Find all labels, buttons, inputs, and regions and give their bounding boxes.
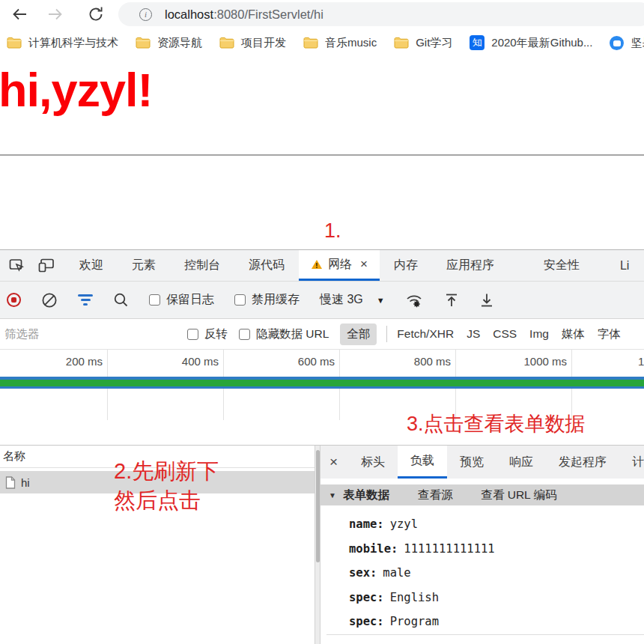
detail-tab-headers[interactable]: 标头 bbox=[348, 446, 398, 479]
disclosure-triangle-icon[interactable]: ▼ bbox=[329, 491, 336, 499]
address-bar[interactable]: i localhost:8080/FirstServlet/hi bbox=[118, 2, 644, 26]
annotation-step2-line1: 2.先刷新下 bbox=[114, 457, 219, 486]
refresh-icon[interactable] bbox=[87, 5, 105, 23]
tab-welcome[interactable]: 欢迎 bbox=[65, 250, 118, 281]
detail-tab-initiator[interactable]: 发起程序 bbox=[546, 446, 619, 479]
tab-label: 内存 bbox=[394, 258, 418, 273]
filter-type-js[interactable]: JS bbox=[467, 327, 480, 341]
network-conditions-icon[interactable] bbox=[405, 292, 424, 309]
clear-icon[interactable] bbox=[41, 292, 58, 309]
request-name: hi bbox=[21, 476, 30, 489]
entry-key: mobile: bbox=[349, 542, 398, 556]
filter-type-font[interactable]: 字体 bbox=[598, 326, 621, 342]
bookmark-label: 资源导航 bbox=[157, 36, 202, 50]
tab-application[interactable]: 应用程序 bbox=[432, 250, 508, 281]
filter-type-all[interactable]: 全部 bbox=[340, 323, 377, 345]
folder-icon bbox=[219, 37, 234, 49]
network-overview-timeline[interactable]: 200 ms 400 ms 600 ms 800 ms 1000 ms 1 bbox=[0, 350, 644, 420]
bookmark-folder-music[interactable]: 音乐music bbox=[303, 36, 377, 50]
entry-value: English bbox=[390, 591, 439, 604]
bookmark-github-list[interactable]: 知 2020年最新Github... bbox=[470, 35, 592, 50]
view-source-link[interactable]: 查看源 bbox=[418, 487, 453, 503]
close-detail-icon[interactable]: × bbox=[329, 454, 338, 470]
tab-label: 响应 bbox=[509, 455, 533, 470]
bookmark-folder-projects[interactable]: 项目开发 bbox=[219, 36, 286, 50]
tick-600ms: 600 ms bbox=[222, 355, 335, 368]
tick-400ms: 400 ms bbox=[106, 355, 219, 368]
network-filter-row: 筛选器 反转 隐藏数据 URL 全部 Fetch/XHR JS CSS Img … bbox=[0, 319, 644, 350]
tab-network[interactable]: 网络 × bbox=[299, 250, 380, 281]
bookmark-folder-git[interactable]: Git学习 bbox=[394, 36, 452, 50]
overview-activity-bar bbox=[0, 377, 644, 389]
back-icon[interactable] bbox=[10, 5, 28, 23]
invert-label: 反转 bbox=[204, 326, 228, 342]
form-data-section-header[interactable]: ▼ 表单数据 查看源 查看 URL 编码 bbox=[321, 484, 644, 505]
preserve-log-checkbox[interactable]: 保留日志 bbox=[149, 292, 214, 308]
detail-tab-payload[interactable]: 负载 bbox=[398, 446, 447, 479]
tab-elements[interactable]: 元素 bbox=[118, 250, 170, 281]
bookmark-folder-resources[interactable]: 资源导航 bbox=[136, 36, 202, 50]
export-har-icon[interactable] bbox=[479, 292, 494, 309]
hide-data-urls-checkbox[interactable]: 隐藏数据 URL bbox=[239, 326, 329, 342]
close-network-tab-icon[interactable]: × bbox=[360, 257, 368, 272]
tick-800ms: 800 ms bbox=[338, 355, 451, 368]
tab-sources[interactable]: 源代码 bbox=[234, 250, 299, 281]
checkbox-icon bbox=[234, 294, 246, 306]
scrollbar-thumb[interactable] bbox=[316, 450, 320, 562]
panel-splitter[interactable] bbox=[315, 446, 321, 644]
bookmark-smartisan[interactable]: 坚果手机 P bbox=[610, 36, 644, 50]
view-url-encoded-link[interactable]: 查看 URL 编码 bbox=[481, 487, 556, 503]
network-bottom-split: 名称 hi × 标头 负载 预览 响应 发起程序 计 bbox=[0, 445, 644, 644]
network-toolbar: 保留日志 禁用缓存 慢速 3G ▼ bbox=[0, 282, 644, 319]
tick-200ms: 200 ms bbox=[0, 355, 103, 368]
annotation-step3: 3.点击查看表单数据 bbox=[407, 410, 586, 437]
tab-memory[interactable]: 内存 bbox=[380, 250, 432, 281]
form-data-title: 表单数据 bbox=[343, 487, 389, 503]
entry-value: Program bbox=[390, 615, 439, 628]
tab-label: 应用程序 bbox=[446, 258, 494, 273]
page-info-icon[interactable]: i bbox=[139, 8, 152, 21]
entry-value: 1111111111111 bbox=[404, 542, 494, 556]
filter-type-media[interactable]: 媒体 bbox=[562, 326, 585, 342]
search-icon[interactable] bbox=[113, 292, 129, 308]
tick-1000ms: 1000 ms bbox=[455, 355, 567, 368]
form-entry-mobile: mobile: 1111111111111 bbox=[349, 537, 495, 562]
tab-label: 标头 bbox=[361, 455, 385, 470]
inspect-element-icon[interactable] bbox=[9, 258, 25, 273]
entry-key: spec: bbox=[349, 591, 384, 604]
detail-tab-response[interactable]: 响应 bbox=[496, 446, 546, 479]
tab-security[interactable]: 安全性 bbox=[529, 250, 594, 281]
annotation-step2: 2.先刷新下 然后点击 bbox=[114, 457, 219, 515]
form-entry-spec-2: spec: Program bbox=[349, 610, 495, 634]
filter-icon[interactable] bbox=[78, 294, 93, 306]
filter-type-img[interactable]: Img bbox=[529, 327, 549, 341]
import-har-icon[interactable] bbox=[444, 292, 459, 309]
filter-type-css[interactable]: CSS bbox=[493, 327, 517, 341]
preserve-log-label: 保留日志 bbox=[166, 292, 214, 308]
tab-lighthouse[interactable]: Li bbox=[606, 250, 643, 281]
form-entry-sex: sex: male bbox=[349, 561, 495, 586]
entry-key: sex: bbox=[349, 566, 377, 580]
disable-cache-label: 禁用缓存 bbox=[252, 292, 300, 308]
bookmark-folder-cs[interactable]: 计算机科学与技术 bbox=[7, 36, 118, 50]
detail-tab-timing[interactable]: 计 bbox=[619, 446, 644, 479]
page-title: hi,yzyl! bbox=[0, 63, 153, 117]
filter-input[interactable]: 筛选器 bbox=[0, 326, 187, 342]
throttling-dropdown[interactable]: 慢速 3G ▼ bbox=[320, 292, 385, 308]
bookmark-label: Git学习 bbox=[416, 36, 452, 50]
disable-cache-checkbox[interactable]: 禁用缓存 bbox=[234, 292, 300, 308]
tab-label: 控制台 bbox=[184, 258, 220, 273]
tab-console[interactable]: 控制台 bbox=[170, 250, 234, 281]
record-icon[interactable] bbox=[7, 293, 21, 307]
divider bbox=[386, 326, 387, 342]
detail-tab-preview[interactable]: 预览 bbox=[447, 446, 496, 479]
invert-checkbox[interactable]: 反转 bbox=[187, 326, 228, 342]
devtools-panel: 欢迎 元素 控制台 源代码 网络 × 内存 应用程序 安全性 Li bbox=[0, 249, 644, 644]
device-toolbar-icon[interactable] bbox=[38, 258, 55, 273]
url-path: :8080/FirstServlet/hi bbox=[213, 7, 323, 21]
entry-key: name: bbox=[349, 517, 384, 531]
entry-key: spec: bbox=[349, 615, 384, 628]
forward-icon[interactable] bbox=[46, 5, 64, 23]
tick-1200ms: 1 bbox=[638, 355, 644, 368]
filter-type-fetch-xhr[interactable]: Fetch/XHR bbox=[397, 327, 454, 341]
